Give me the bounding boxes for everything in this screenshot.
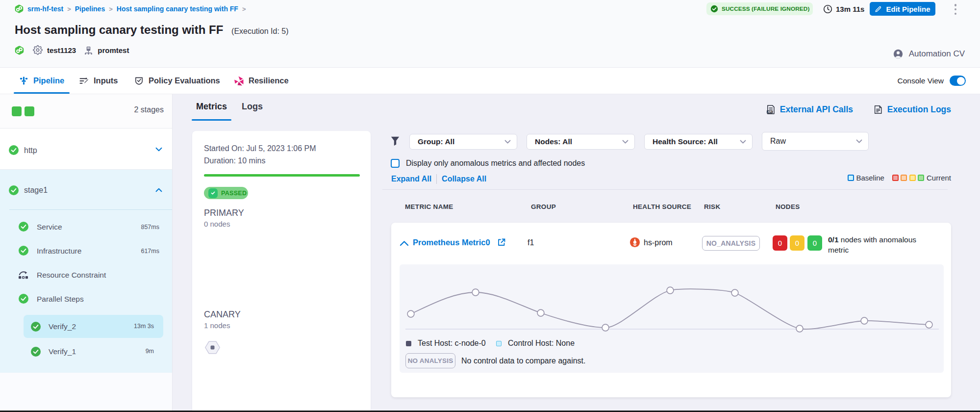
svg-text:API: API: [768, 111, 772, 113]
